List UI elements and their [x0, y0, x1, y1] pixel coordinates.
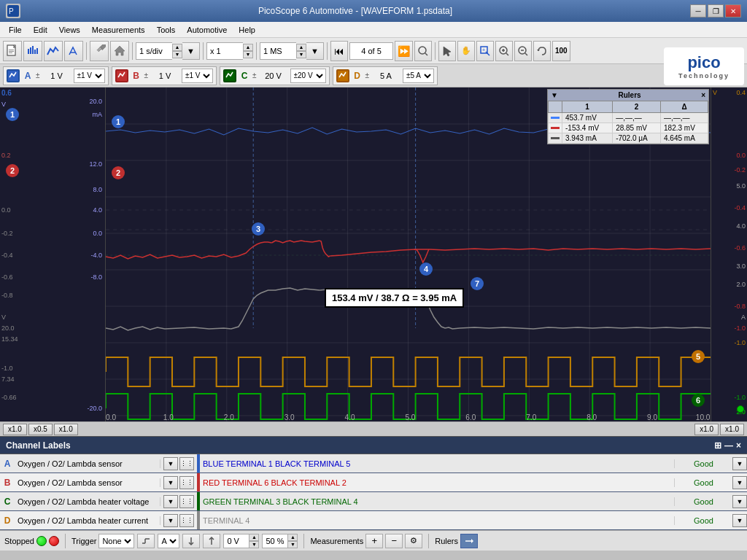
measurement-box: 153.4 mV / 38.7 Ω = 3.95 mA — [325, 288, 464, 308]
tool-zoom-out[interactable] — [514, 41, 532, 61]
svg-marker-69 — [471, 539, 473, 543]
cl-grid-b[interactable]: ⋮⋮ — [179, 476, 194, 489]
cl-type-b: Oxygen / O2/ Lambda sensor — [15, 478, 160, 487]
cl-grid-d[interactable]: ⋮⋮ — [179, 514, 194, 527]
toolbar-icon-hammer[interactable] — [90, 41, 109, 61]
channel-b-dropdown[interactable]: ±1 V — [182, 69, 213, 83]
zoom-control[interactable]: x 1 ▲ ▼ — [206, 42, 253, 60]
badge-1: 1 — [6, 108, 19, 121]
measurements-remove[interactable]: − — [385, 534, 403, 548]
badge-ch7: 7 — [471, 277, 484, 290]
scale-x05[interactable]: x0.5 — [28, 424, 53, 435]
nav-search[interactable] — [414, 41, 432, 61]
close-button[interactable]: ✕ — [725, 4, 741, 18]
menu-file[interactable]: File — [3, 24, 28, 36]
scale-x1-3[interactable]: x1.0 — [694, 424, 719, 435]
trigger-status: Trigger None — [71, 534, 134, 548]
rulers-toggle[interactable] — [460, 534, 478, 548]
trigger-channel-select[interactable]: A — [158, 534, 179, 548]
menu-measurements[interactable]: Measurements — [86, 24, 151, 36]
toolbar: 1 s/div ▲ ▼ ▼ x 1 ▲ ▼ 1 MS ▲ ▼ ▼ ⏮ 4 of … — [0, 38, 747, 64]
cl-chan-c: C — [0, 497, 15, 507]
voltage-up[interactable]: ▲ — [249, 534, 259, 541]
channel-label-row-d: D Oxygen / O2/ Lambda heater current ▼ ⋮… — [0, 511, 747, 530]
cl-status-dd-d[interactable]: ▼ — [732, 514, 747, 527]
minimize-button[interactable]: ─ — [690, 4, 706, 18]
cl-dd-c[interactable]: ▼ — [163, 495, 178, 508]
window-title: PicoScope 6 Automotive - [WAVEFORM 1.psd… — [20, 6, 690, 16]
cl-type-d: Oxygen / O2/ Lambda heater current — [15, 516, 160, 525]
badge-ch1: 1 — [112, 115, 125, 128]
timebase-up[interactable]: ▲ — [172, 44, 182, 51]
badge-2: 2 — [6, 164, 19, 177]
channel-d-block[interactable]: D ± 5 A ±5 A — [333, 66, 438, 85]
samples-down[interactable]: ▼ — [296, 51, 306, 58]
channel-a-dropdown[interactable]: ±1 V — [74, 69, 105, 83]
toolbar-icon-4[interactable] — [64, 41, 83, 61]
cl-dd-a[interactable]: ▼ — [163, 457, 178, 470]
cl-dd-b[interactable]: ▼ — [163, 476, 178, 489]
trigger-icon-3[interactable] — [203, 534, 220, 548]
timebase-dropdown[interactable]: ▼ — [182, 42, 200, 60]
menu-tools[interactable]: Tools — [151, 24, 182, 36]
samples-control[interactable]: 1 MS ▲ ▼ ▼ — [260, 42, 324, 60]
svg-text:8.0: 8.0 — [587, 413, 597, 421]
scale-x1[interactable]: x1.0 — [3, 424, 27, 435]
tool-hand[interactable]: ✋ — [457, 41, 475, 61]
toolbar-icon-3[interactable] — [44, 41, 63, 61]
voltage-control[interactable]: 0 V ▲ ▼ — [223, 534, 259, 548]
measurements-add[interactable]: + — [365, 534, 383, 548]
channel-d-dropdown[interactable]: ±5 A — [403, 69, 434, 83]
tool-zoom-in[interactable] — [495, 41, 513, 61]
toolbar-icon-1[interactable] — [3, 41, 22, 61]
trigger-select[interactable]: None — [98, 534, 134, 548]
zoom-up[interactable]: ▲ — [243, 44, 253, 51]
menu-automotive[interactable]: Automotive — [181, 24, 233, 36]
tool-ruler[interactable]: 100 — [552, 41, 570, 61]
menu-edit[interactable]: Edit — [28, 24, 53, 36]
cl-status-dd-a[interactable]: ▼ — [732, 457, 747, 470]
timebase-control[interactable]: 1 s/div ▲ ▼ ▼ — [136, 42, 200, 60]
toolbar-icon-home[interactable] — [110, 41, 129, 61]
samples-up[interactable]: ▲ — [296, 44, 306, 51]
nav-fast-fwd[interactable]: ⏩ — [395, 41, 413, 61]
waveform-canvas[interactable]: 0.0 1.0 2.0 3.0 4.0 5.0 6.0 7.0 8.0 9.0 … — [106, 88, 711, 421]
percent-down[interactable]: ▼ — [287, 541, 298, 548]
cl-grid-c[interactable]: ⋮⋮ — [179, 495, 194, 508]
zoom-down[interactable]: ▼ — [243, 51, 253, 58]
samples-dropdown[interactable]: ▼ — [306, 42, 324, 60]
percent-control[interactable]: 50 % ▲ ▼ — [262, 534, 298, 548]
restore-button[interactable]: ❐ — [708, 4, 724, 18]
svg-text:P: P — [9, 7, 14, 15]
tool-zoom-box[interactable]: + — [476, 41, 494, 61]
trigger-icon-1[interactable] — [137, 534, 155, 548]
voltage-down[interactable]: ▼ — [249, 541, 259, 548]
tool-cursor[interactable] — [438, 41, 456, 61]
channel-c-block[interactable]: C ± 20 V ±20 V — [220, 66, 330, 85]
percent-up[interactable]: ▲ — [287, 534, 298, 541]
rulers-label: Rulers — [435, 537, 458, 545]
menubar: File Edit Views Measurements Tools Autom… — [0, 22, 747, 38]
menu-views[interactable]: Views — [53, 24, 86, 36]
status-led-green — [36, 536, 47, 546]
channel-a-block[interactable]: A ± 1 V ±1 V — [3, 66, 109, 85]
cl-dd-d[interactable]: ▼ — [163, 514, 178, 527]
channel-label-row-b: B Oxygen / O2/ Lambda sensor ▼ ⋮⋮ RED TE… — [0, 473, 747, 492]
scale-x1-4[interactable]: x1.0 — [720, 424, 744, 435]
menu-help[interactable]: Help — [233, 24, 261, 36]
nav-first[interactable]: ⏮ — [330, 41, 348, 61]
cl-status-c: Good — [674, 497, 732, 506]
toolbar-icon-2[interactable] — [23, 41, 42, 61]
cl-grid-a[interactable]: ⋮⋮ — [179, 457, 194, 470]
timebase-down[interactable]: ▼ — [172, 51, 182, 58]
measurements-settings[interactable]: ⚙ — [405, 534, 422, 548]
channel-b-block[interactable]: B ± 1 V ±1 V — [112, 66, 217, 85]
channel-c-dropdown[interactable]: ±20 V — [290, 69, 326, 83]
nav-position: 4 of 5 — [349, 42, 393, 60]
svg-text:1.0: 1.0 — [163, 413, 174, 421]
tool-zoom-reset[interactable] — [533, 41, 551, 61]
cl-status-dd-b[interactable]: ▼ — [732, 476, 747, 489]
cl-status-dd-c[interactable]: ▼ — [732, 495, 747, 508]
trigger-icon-2[interactable] — [182, 534, 200, 548]
scale-x1-2[interactable]: x1.0 — [54, 424, 78, 435]
